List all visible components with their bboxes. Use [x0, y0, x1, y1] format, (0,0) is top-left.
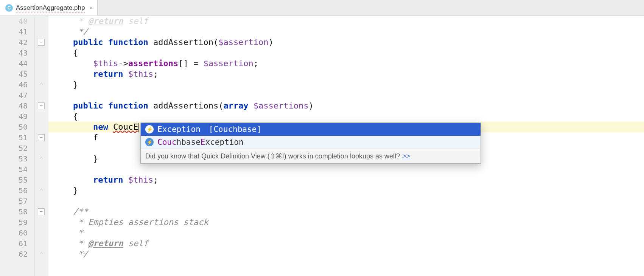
fold-collapse-icon[interactable]: −	[38, 39, 45, 46]
line-number: 46	[0, 79, 34, 90]
file-tab[interactable]: C AssertionAggregate.php ×	[0, 0, 98, 16]
line-number: 50	[0, 122, 34, 132]
line-number: 40	[0, 16, 34, 26]
tab-bar: C AssertionAggregate.php ×	[0, 0, 644, 16]
line-number: 48	[0, 101, 34, 111]
code-line[interactable]: * Empties assertions stack	[48, 217, 644, 228]
line-number: 41	[0, 26, 34, 37]
code-line[interactable]: */	[48, 249, 644, 259]
line-number: 44	[0, 58, 34, 69]
line-number: 56	[0, 185, 34, 196]
completion-item-context: [Couchbase]	[209, 125, 261, 134]
text-caret	[138, 123, 139, 132]
line-number-gutter: 4041424344454647484950515253545556575859…	[0, 16, 35, 276]
line-number: 59	[0, 217, 34, 228]
code-line[interactable]: public function addAssertion($assertion)	[48, 37, 644, 48]
line-number: 62	[0, 249, 34, 259]
code-line[interactable]: public function addAssertions(array $ass…	[48, 101, 644, 111]
line-number: 60	[0, 228, 34, 238]
code-line[interactable]: *	[48, 228, 644, 238]
code-line[interactable]: $this->assertions[] = $assertion;	[48, 58, 644, 69]
completion-hint-text: Did you know that Quick Definition View …	[145, 152, 400, 160]
line-number: 54	[0, 164, 34, 175]
code-line[interactable]: {	[48, 111, 644, 122]
line-number: 52	[0, 143, 34, 154]
completion-hint: Did you know that Quick Definition View …	[141, 149, 481, 163]
completion-item-name: CouchbaseException	[157, 138, 244, 147]
file-type-icon: C	[5, 4, 13, 12]
line-number: 42	[0, 37, 34, 48]
line-number: 49	[0, 111, 34, 122]
editor[interactable]: 4041424344454647484950515253545556575859…	[0, 16, 644, 276]
completion-hint-link[interactable]: >>	[402, 152, 410, 160]
code-line[interactable]: {	[48, 48, 644, 58]
line-number: 47	[0, 90, 34, 101]
code-line[interactable]	[48, 196, 644, 206]
fold-gutter: −⌄−−⌄⌄−⌄	[35, 16, 48, 276]
line-number: 43	[0, 48, 34, 58]
class-icon: ⚡	[145, 125, 154, 133]
line-number: 58	[0, 206, 34, 217]
close-icon[interactable]: ×	[89, 5, 93, 11]
fold-collapse-icon[interactable]: −	[38, 208, 45, 215]
class-icon: ⚡	[145, 138, 154, 146]
file-tab-label: AssertionAggregate.php	[16, 4, 85, 12]
completion-item-name: Exception	[157, 125, 201, 134]
fold-end-icon[interactable]: ⌄	[38, 155, 45, 162]
code-line[interactable]: }	[48, 79, 644, 90]
completion-popup: ⚡Exception[Couchbase]⚡CouchbaseException…	[140, 122, 481, 164]
fold-end-icon[interactable]: ⌄	[38, 251, 45, 257]
code-line[interactable]	[48, 90, 644, 101]
line-number: 53	[0, 154, 34, 164]
fold-collapse-icon[interactable]: −	[38, 102, 45, 109]
code-line[interactable]: return $this;	[48, 69, 644, 79]
code-area[interactable]: * @return self */ public function addAss…	[48, 16, 644, 276]
line-number: 57	[0, 196, 34, 206]
fold-collapse-icon[interactable]: −	[38, 134, 45, 141]
code-line[interactable]: }	[48, 185, 644, 196]
line-number: 45	[0, 69, 34, 79]
code-line[interactable]: /**	[48, 206, 644, 217]
fold-end-icon[interactable]: ⌄	[38, 187, 45, 194]
line-number: 51	[0, 132, 34, 143]
code-line[interactable]: * @return self	[48, 238, 644, 249]
code-line[interactable]: * @return self	[48, 16, 644, 26]
completion-item[interactable]: ⚡Exception[Couchbase]	[141, 123, 481, 136]
code-line[interactable]: return $this;	[48, 175, 644, 185]
fold-end-icon[interactable]: ⌄	[38, 81, 45, 88]
code-line[interactable]	[48, 164, 644, 175]
completion-item[interactable]: ⚡CouchbaseException	[141, 136, 481, 149]
line-number: 55	[0, 175, 34, 185]
code-line[interactable]: */	[48, 26, 644, 37]
line-number: 61	[0, 238, 34, 249]
